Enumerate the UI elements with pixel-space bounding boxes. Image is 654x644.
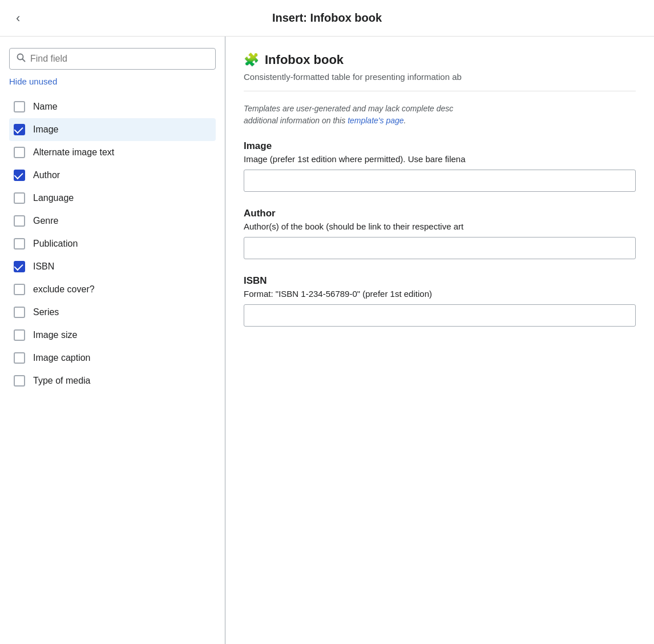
section-title-isbn: ISBN bbox=[244, 275, 636, 287]
field-label-publication: Publication bbox=[33, 239, 78, 249]
field-item-genre[interactable]: Genre bbox=[9, 210, 216, 232]
sidebar: Hide unused NameImageAlternate image tex… bbox=[0, 37, 225, 644]
checkbox-alt-image-text[interactable] bbox=[14, 147, 25, 158]
checkbox-isbn[interactable] bbox=[14, 261, 25, 272]
field-label-isbn: ISBN bbox=[33, 261, 54, 272]
field-item-isbn[interactable]: ISBN bbox=[9, 255, 216, 278]
field-label-alt-image-text: Alternate image text bbox=[33, 147, 114, 158]
field-label-language: Language bbox=[33, 193, 74, 203]
field-label-author: Author bbox=[33, 170, 60, 180]
checkbox-name[interactable] bbox=[14, 101, 25, 112]
field-item-language[interactable]: Language bbox=[9, 187, 216, 210]
field-label-type-of-media: Type of media bbox=[33, 376, 91, 386]
field-label-exclude-cover: exclude cover? bbox=[33, 284, 95, 295]
search-input[interactable] bbox=[30, 54, 208, 64]
field-item-series[interactable]: Series bbox=[9, 301, 216, 324]
page-title: Insert: Infobox book bbox=[272, 11, 382, 25]
puzzle-icon: 🧩 bbox=[244, 53, 259, 67]
field-label-series: Series bbox=[33, 307, 59, 317]
field-item-publication[interactable]: Publication bbox=[9, 232, 216, 255]
field-item-image-size[interactable]: Image size bbox=[9, 324, 216, 347]
field-item-name[interactable]: Name bbox=[9, 95, 216, 118]
section-author: AuthorAuthor(s) of the book (should be l… bbox=[244, 208, 636, 259]
field-item-image[interactable]: Image bbox=[9, 118, 216, 141]
checkbox-type-of-media[interactable] bbox=[14, 375, 25, 387]
section-desc-isbn: Format: "ISBN 1-234-56789-0" (prefer 1st… bbox=[244, 289, 636, 299]
divider bbox=[244, 91, 636, 91]
main-layout: Hide unused NameImageAlternate image tex… bbox=[0, 37, 654, 644]
section-isbn: ISBNFormat: "ISBN 1-234-56789-0" (prefer… bbox=[244, 275, 636, 327]
field-item-author[interactable]: Author bbox=[9, 164, 216, 187]
checkbox-image[interactable] bbox=[14, 124, 25, 135]
checkbox-exclude-cover[interactable] bbox=[14, 284, 25, 295]
section-desc-author: Author(s) of the book (should be link to… bbox=[244, 222, 636, 231]
section-input-author[interactable] bbox=[244, 237, 636, 259]
template-link[interactable]: template's page bbox=[348, 116, 403, 125]
field-sections: ImageImage (prefer 1st edition where per… bbox=[244, 140, 636, 327]
back-button[interactable]: ‹ bbox=[11, 10, 25, 27]
header: ‹ Insert: Infobox book bbox=[0, 0, 654, 37]
section-input-isbn[interactable] bbox=[244, 304, 636, 327]
checkbox-genre[interactable] bbox=[14, 215, 25, 227]
section-input-image[interactable] bbox=[244, 170, 636, 192]
checkbox-image-size[interactable] bbox=[14, 329, 25, 341]
checkbox-series[interactable] bbox=[14, 307, 25, 318]
template-notice: Templates are user-generated and may lac… bbox=[244, 103, 636, 127]
hide-unused-button[interactable]: Hide unused bbox=[9, 77, 57, 95]
field-item-alt-image-text[interactable]: Alternate image text bbox=[9, 141, 216, 164]
section-desc-image: Image (prefer 1st edition where permitte… bbox=[244, 154, 636, 164]
field-list: NameImageAlternate image textAuthorLangu… bbox=[9, 95, 216, 392]
infobox-title-text: Infobox book bbox=[265, 53, 344, 67]
checkbox-author[interactable] bbox=[14, 170, 25, 181]
search-icon bbox=[17, 53, 26, 65]
field-item-exclude-cover[interactable]: exclude cover? bbox=[9, 278, 216, 301]
section-title-image: Image bbox=[244, 140, 636, 152]
search-box bbox=[9, 48, 216, 70]
field-label-image: Image bbox=[33, 124, 58, 135]
section-image: ImageImage (prefer 1st edition where per… bbox=[244, 140, 636, 192]
field-label-genre: Genre bbox=[33, 216, 58, 226]
svg-line-1 bbox=[23, 59, 25, 62]
right-panel: 🧩 Infobox book Consistently-formatted ta… bbox=[225, 37, 654, 644]
section-title-author: Author bbox=[244, 208, 636, 219]
infobox-title: 🧩 Infobox book bbox=[244, 53, 636, 67]
checkbox-language[interactable] bbox=[14, 192, 25, 204]
field-label-image-size: Image size bbox=[33, 330, 77, 340]
checkbox-publication[interactable] bbox=[14, 238, 25, 249]
infobox-desc: Consistently-formatted table for present… bbox=[244, 72, 636, 82]
field-label-name: Name bbox=[33, 102, 58, 112]
field-label-image-caption: Image caption bbox=[33, 353, 91, 363]
field-item-image-caption[interactable]: Image caption bbox=[9, 347, 216, 369]
field-item-type-of-media[interactable]: Type of media bbox=[9, 369, 216, 392]
checkbox-image-caption[interactable] bbox=[14, 352, 25, 364]
